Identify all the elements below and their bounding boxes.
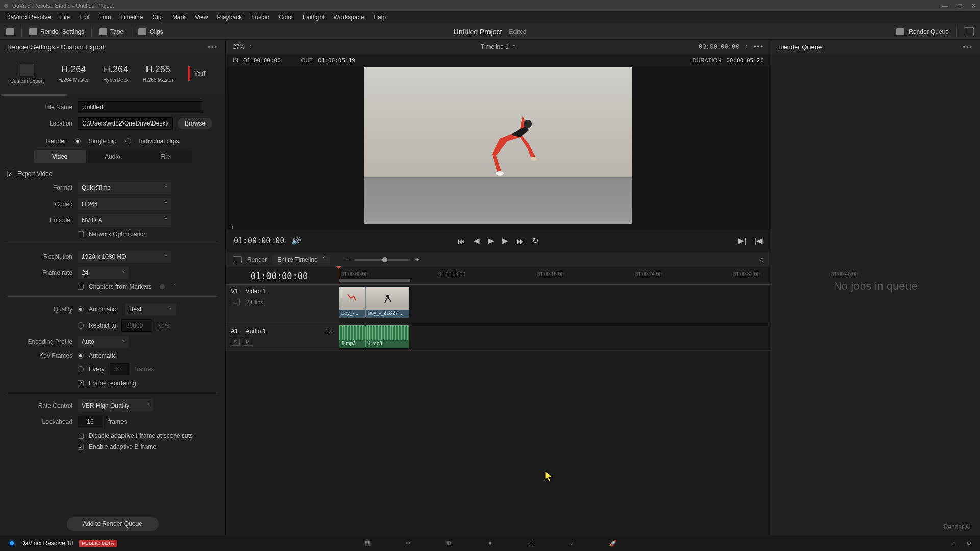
preset-strip[interactable]: Custom Export H.264H.264 Master H.264Hyp…	[0, 54, 225, 93]
location-input[interactable]	[78, 117, 173, 130]
maximize-icon[interactable]: ▢	[957, 3, 962, 9]
fairlight-page-icon[interactable]: ♪	[567, 539, 577, 548]
chevron-down-icon[interactable]: ˅	[249, 44, 252, 50]
tape-button[interactable]: Tape	[99, 28, 124, 35]
cut-page-icon[interactable]: ✂	[403, 539, 413, 548]
fusion-page-icon[interactable]: ✦	[485, 539, 495, 548]
menu-view[interactable]: View	[195, 14, 208, 21]
clips-button[interactable]: Clips	[138, 28, 163, 35]
preset-h265-master[interactable]: H.265H.265 Master	[143, 64, 174, 83]
chevron-down-icon[interactable]: ˅	[173, 283, 176, 290]
volume-icon[interactable]: 🔊	[291, 236, 301, 245]
tab-audio[interactable]: Audio	[86, 150, 139, 163]
audio-waveforms-icon[interactable]: ♫	[759, 256, 764, 263]
timeline-zoom-slider[interactable]	[354, 259, 410, 261]
menu-clip[interactable]: Clip	[152, 14, 163, 21]
format-select[interactable]: QuickTime˅	[78, 182, 172, 194]
quality-auto-radio[interactable]	[78, 306, 84, 312]
chapter-color-icon[interactable]	[160, 284, 165, 289]
kf-every-input[interactable]	[110, 363, 130, 375]
close-icon[interactable]: ✕	[971, 3, 976, 9]
timeline-empty-area[interactable]	[226, 351, 771, 536]
media-page-icon[interactable]: ▦	[362, 539, 373, 548]
kf-auto-radio[interactable]	[78, 353, 84, 359]
kf-every-radio[interactable]	[78, 366, 84, 372]
restrict-radio[interactable]	[78, 322, 84, 329]
scrubber-marker[interactable]	[232, 226, 233, 229]
color-page-icon[interactable]: ◌	[526, 539, 536, 548]
render-all-button[interactable]: Render All	[771, 518, 980, 536]
track-enable-icon[interactable]: ▭	[231, 298, 240, 306]
frame-reorder-checkbox[interactable]	[78, 380, 84, 386]
render-queue-button[interactable]: Render Queue	[896, 28, 949, 35]
browse-button[interactable]: Browse	[178, 118, 212, 129]
panel-menu-icon[interactable]: •••	[208, 43, 218, 51]
menu-help[interactable]: Help	[373, 14, 386, 21]
audio-clip[interactable]: 1.mp3	[365, 325, 409, 348]
step-back-icon[interactable]: ◀	[474, 236, 480, 245]
video-clip[interactable]: boy_-...	[339, 287, 365, 317]
render-range-select[interactable]: Entire Timeline˅	[272, 255, 330, 265]
enc-profile-select[interactable]: Auto˅	[78, 336, 129, 348]
minimize-icon[interactable]: —	[942, 3, 948, 9]
menu-playback[interactable]: Playback	[217, 14, 242, 21]
single-clip-radio[interactable]	[75, 138, 81, 144]
preset-custom[interactable]: Custom Export	[10, 64, 44, 84]
menu-color[interactable]: Color	[279, 14, 293, 21]
timeline-ruler[interactable]: 01:00:00:00 01:00:00:00 01:00:08:00 01:0…	[226, 267, 771, 285]
render-settings-button[interactable]: Render Settings	[29, 28, 84, 35]
audio-clip[interactable]: 1.mp3	[339, 325, 365, 348]
last-frame-icon[interactable]: ⏭	[517, 237, 524, 245]
chapters-checkbox[interactable]	[78, 284, 84, 290]
disable-iframe-checkbox[interactable]	[78, 433, 84, 439]
menu-file[interactable]: File	[60, 14, 70, 21]
filename-input[interactable]	[78, 101, 203, 113]
viewer-zoom[interactable]: 27%	[233, 43, 245, 51]
zoom-in-icon[interactable]: +	[415, 256, 419, 263]
preset-hyperdeck[interactable]: H.264HyperDeck	[103, 64, 128, 83]
encoder-select[interactable]: NVIDIA˅	[78, 214, 172, 227]
loop-icon[interactable]: ↻	[532, 236, 539, 245]
individual-clips-radio[interactable]	[125, 138, 131, 144]
export-video-checkbox[interactable]	[7, 171, 13, 177]
framerate-select[interactable]: 24˅	[78, 267, 129, 279]
menu-trim[interactable]: Trim	[99, 14, 111, 21]
prev-clip-icon[interactable]: |◀	[754, 236, 763, 245]
add-to-queue-button[interactable]: Add to Render Queue	[67, 517, 159, 531]
edit-page-icon[interactable]: ⧉	[444, 539, 454, 548]
in-out-range[interactable]	[339, 279, 410, 282]
chevron-down-icon[interactable]: ˅	[513, 44, 516, 50]
next-clip-icon[interactable]: ▶|	[738, 236, 746, 245]
menu-mark[interactable]: Mark	[172, 14, 186, 21]
rate-control-select[interactable]: VBR High Quality˅	[78, 399, 153, 412]
enable-bframe-checkbox[interactable]	[78, 444, 84, 450]
resolution-select[interactable]: 980 x 551 HD˅	[78, 251, 172, 263]
zoom-out-icon[interactable]: −	[346, 256, 349, 263]
menu-davinci[interactable]: DaVinci Resolve	[6, 14, 51, 21]
viewer-menu-icon[interactable]: •••	[754, 43, 764, 51]
settings-scroll[interactable]: File Name Location Browse Render Single …	[0, 96, 225, 512]
viewer[interactable]	[226, 66, 771, 224]
menu-fairlight[interactable]: Fairlight	[303, 14, 325, 21]
first-frame-icon[interactable]: ⏮	[458, 237, 465, 245]
panel-menu-icon[interactable]: •••	[963, 43, 973, 51]
timeline-view-icon[interactable]	[233, 256, 242, 263]
preset-h264-master[interactable]: H.264H.264 Master	[58, 64, 89, 83]
quality-best-select[interactable]: Best˅	[125, 303, 176, 315]
lookahead-input[interactable]	[78, 416, 103, 428]
codec-select[interactable]: H.264˅	[78, 198, 172, 210]
mute-button[interactable]: M	[243, 338, 252, 346]
expand-button[interactable]	[964, 27, 974, 36]
preset-youtube[interactable]: YouT	[194, 71, 206, 77]
menu-fusion[interactable]: Fusion	[251, 14, 270, 21]
timeline-name[interactable]: Timeline 1	[481, 43, 509, 51]
home-icon[interactable]: ⌂	[952, 540, 956, 547]
menu-workspace[interactable]: Workspace	[334, 14, 364, 21]
video-clip[interactable]: boy_-_21827 ...	[365, 287, 409, 317]
solo-button[interactable]: S	[231, 338, 240, 346]
chevron-down-icon[interactable]: ˅	[745, 44, 748, 50]
restrict-value-input[interactable]	[121, 319, 152, 332]
play-icon[interactable]: ▶	[488, 236, 494, 245]
network-opt-checkbox[interactable]	[78, 231, 84, 237]
presets-button[interactable]	[6, 28, 14, 35]
